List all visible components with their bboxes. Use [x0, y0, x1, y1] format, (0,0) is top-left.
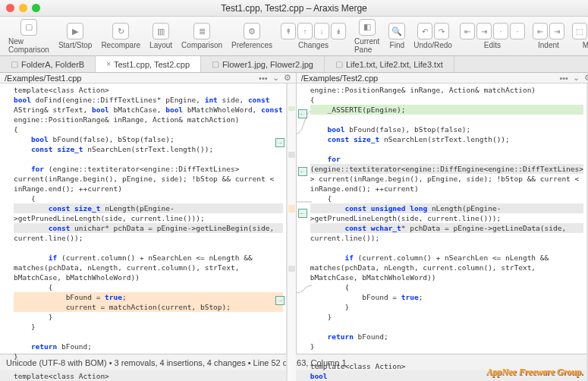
code-line: AString& strText, bool bMatchCase, bool …	[14, 105, 283, 115]
more-icon[interactable]: •••	[559, 74, 568, 83]
code-line: }	[310, 312, 583, 322]
toolbar-label: Start/Stop	[58, 41, 92, 49]
gear-icon[interactable]: ⚙	[584, 73, 588, 83]
code-line: >getPrunedLineLength(side, current.line(…	[310, 213, 583, 223]
indent-group[interactable]: ⇤⇥Indent	[530, 21, 568, 51]
code-line: template<class Action>	[14, 371, 283, 381]
code-line: >getPrunedLineLength(side, current.line(…	[14, 213, 283, 223]
tab-1[interactable]: ×Test1.cpp, Test2.cpp	[96, 56, 201, 72]
start-stop-button[interactable]: ▶Start/Stop	[55, 21, 96, 51]
code-line: > current(inRange.begin(), pEngine, side…	[310, 174, 583, 184]
toolbar-label: New Comparison	[8, 37, 49, 54]
code-line	[14, 154, 283, 164]
toolbar-label: Find	[390, 41, 404, 49]
edits-group[interactable]: ⇤⇥··Edits	[457, 21, 528, 51]
code-line	[310, 144, 583, 154]
merge-left-marker[interactable]: ←	[298, 167, 307, 176]
tab-3[interactable]: ▢Life1.txt, Life2.txt, Life3.txt	[325, 56, 454, 72]
merge-left-marker[interactable]: ←	[298, 209, 307, 218]
merge-left-marker[interactable]: ←	[298, 109, 307, 118]
code-line: bool bFound(false), bStop(false);	[14, 134, 283, 144]
toolbar-label: Comparison	[181, 41, 222, 49]
code-line: current.line());	[310, 233, 583, 243]
code-line: }	[310, 302, 583, 312]
code-line: bool	[310, 371, 583, 381]
gear-icon[interactable]: ⚙	[284, 73, 291, 83]
layout-button[interactable]: ▥Layout	[146, 21, 176, 51]
code-line	[310, 351, 583, 361]
right-pane-header: /Examples/Test2.cpp ••• ⌄ ⚙	[297, 73, 588, 83]
merge-right-marker[interactable]: →	[275, 296, 285, 305]
recompare-button[interactable]: ↻Recompare	[97, 21, 144, 51]
code-line: {	[14, 282, 283, 292]
left-overview-ruler[interactable]	[287, 83, 296, 381]
code-line: inRange.end(); ++current)	[310, 184, 583, 194]
toolbar-label: Undo/Redo	[413, 41, 452, 49]
code-line: bool doFind(engine::DiffTextLines* pEngi…	[14, 95, 283, 105]
right-code[interactable]: engine::PositionRange& inRange, Action& …	[297, 83, 586, 381]
code-line: engine::PositionRange& inRange, Action& …	[310, 85, 583, 95]
preferences-button[interactable]: ⚙Preferences	[228, 21, 276, 51]
code-line: template<class Action>	[310, 361, 583, 371]
code-line: const unsigned long nLength(pEngine-	[310, 203, 583, 213]
code-line: return bFound;	[14, 342, 283, 351]
new-comparison-button[interactable]: ▢New Comparison	[5, 17, 53, 55]
code-line	[14, 243, 283, 253]
left-file-path: /Examples/Test1.cpp	[5, 74, 254, 83]
code-line: const wchar_t* pchData = pEngine->getLin…	[310, 223, 583, 233]
diff-panes: /Examples/Test1.cpp ••• ⌄ ⚙ template<cla…	[0, 73, 588, 354]
code-line: bool bFound(false), bStop(false);	[310, 124, 583, 134]
tab-0[interactable]: ▢FolderA, FolderB	[0, 56, 96, 72]
chevron-down-icon[interactable]: ⌄	[272, 73, 279, 83]
left-code[interactable]: template<class Action>bool doFind(engine…	[0, 83, 286, 381]
more-icon[interactable]: •••	[259, 74, 268, 83]
code-line: engine::PositionRange& inRange, Action& …	[14, 115, 283, 124]
titlebar: Test1.cpp, Test2.cpp – Araxis Merge	[0, 0, 588, 17]
chevron-down-icon[interactable]: ⌄	[573, 73, 580, 83]
file-icon: ▢	[335, 59, 343, 69]
code-line: const size_t nLength(pEngine-	[14, 203, 283, 213]
toolbar-label: Recompare	[101, 41, 140, 49]
code-line: for (engine::textiterator<engine::DiffTe…	[14, 164, 283, 174]
code-line: {	[14, 194, 283, 203]
code-line: if (current.column() + nSearchLen <= nLe…	[310, 253, 583, 263]
code-line	[310, 243, 583, 253]
tab-label: Life1.txt, Life2.txt, Life3.txt	[346, 60, 443, 69]
code-line: const size_t nSearchLen(strText.length()…	[14, 144, 283, 154]
code-line: const size_t nSearchLen(strText.length()…	[310, 134, 583, 144]
merge-right-marker[interactable]: →	[275, 138, 285, 147]
code-line: }	[14, 351, 283, 361]
code-line	[310, 322, 583, 332]
toolbar-label: Layout	[149, 41, 172, 49]
undo-redo-group[interactable]: ↶↷Undo/Redo	[410, 21, 455, 51]
code-line: for	[310, 154, 583, 164]
code-line: inRange.end(); ++current)	[14, 184, 283, 194]
code-line: current(inRange.begin(), pEngine, side);…	[14, 174, 283, 184]
toolbar: ▢New Comparison ▶Start/Stop ↻Recompare ▥…	[0, 17, 588, 56]
code-line: }	[14, 322, 283, 332]
current-pane-button[interactable]: ◧Current Pane	[351, 17, 383, 55]
toolbar-label: Merging	[583, 41, 588, 49]
left-pane-header: /Examples/Test1.cpp ••• ⌄ ⚙	[0, 73, 296, 83]
comparison-button[interactable]: ≣Comparison	[178, 21, 226, 51]
tab-label: FolderA, FolderB	[21, 60, 84, 69]
code-line: {	[310, 282, 583, 292]
window-title: Test1.cpp, Test2.cpp – Araxis Merge	[0, 3, 588, 14]
code-line	[310, 115, 583, 124]
code-line: bFound = true;	[14, 292, 283, 302]
changes-group[interactable]: ↟↑↓↡Changes	[278, 21, 349, 51]
code-line: {	[310, 95, 583, 105]
close-tab-icon[interactable]: ×	[106, 60, 111, 68]
code-line	[14, 361, 283, 371]
code-line: bMatchCase, bMatchWholeWord))	[310, 272, 583, 282]
code-line	[14, 332, 283, 342]
merging-group[interactable]: ⬚⬚⬚Merging	[569, 21, 588, 51]
code-line: current.line());	[14, 233, 283, 243]
find-button[interactable]: 🔍Find	[385, 21, 409, 51]
tab-label: Flower1.jpg, Flower2.jpg	[222, 60, 313, 69]
tab-2[interactable]: ▢Flower1.jpg, Flower2.jpg	[201, 56, 325, 72]
tab-label: Test1.cpp, Test2.cpp	[114, 60, 190, 69]
code-line: return bFound;	[310, 332, 583, 342]
file-icon: ▢	[11, 59, 18, 69]
file-icon: ▢	[212, 59, 219, 69]
